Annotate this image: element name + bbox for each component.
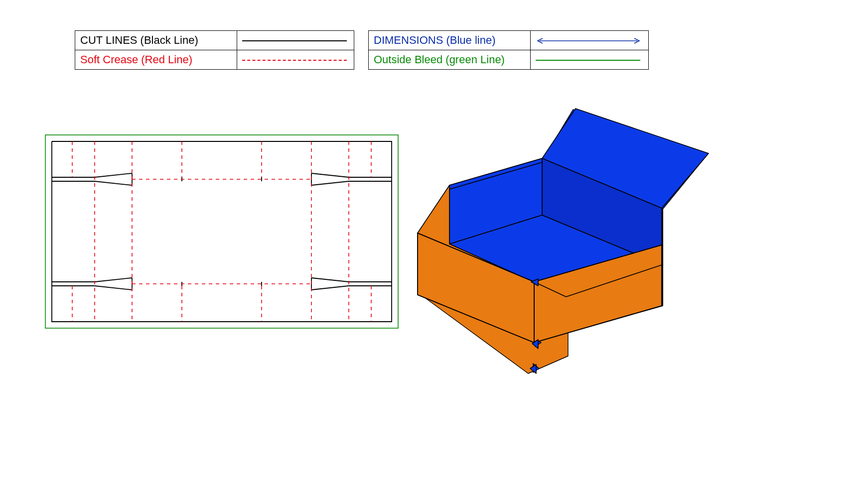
legend-bleed-label: Outside Bleed (green Line) bbox=[369, 50, 531, 70]
legend-cut-lines-swatch bbox=[237, 31, 354, 50]
legend-dimensions-swatch bbox=[531, 31, 649, 50]
dieline-template bbox=[45, 134, 399, 329]
solid-black-line-icon bbox=[242, 40, 347, 41]
dashed-red-line-icon bbox=[242, 60, 347, 61]
legend-soft-crease-swatch bbox=[237, 50, 354, 70]
box-3d-render bbox=[414, 105, 713, 383]
double-arrow-blue-icon bbox=[536, 37, 641, 44]
cut-lines-group bbox=[52, 141, 392, 322]
dieline-svg bbox=[45, 134, 399, 329]
legend-table-right: DIMENSIONS (Blue line) Outside Bleed (gr… bbox=[368, 30, 649, 70]
legend-cut-lines-label: CUT LINES (Black Line) bbox=[75, 31, 237, 50]
legend-dimensions-label: DIMENSIONS (Blue line) bbox=[369, 31, 531, 50]
legend-table-left: CUT LINES (Black Line) Soft Crease (Red … bbox=[75, 30, 354, 70]
legend-soft-crease-label: Soft Crease (Red Line) bbox=[75, 50, 237, 70]
crease-lines-group bbox=[72, 141, 371, 322]
legend-bleed-swatch bbox=[531, 50, 649, 70]
box-3d-svg bbox=[414, 105, 713, 383]
solid-green-line-icon bbox=[536, 60, 640, 61]
bleed-rect bbox=[45, 135, 398, 328]
legend: CUT LINES (Black Line) Soft Crease (Red … bbox=[75, 30, 649, 70]
